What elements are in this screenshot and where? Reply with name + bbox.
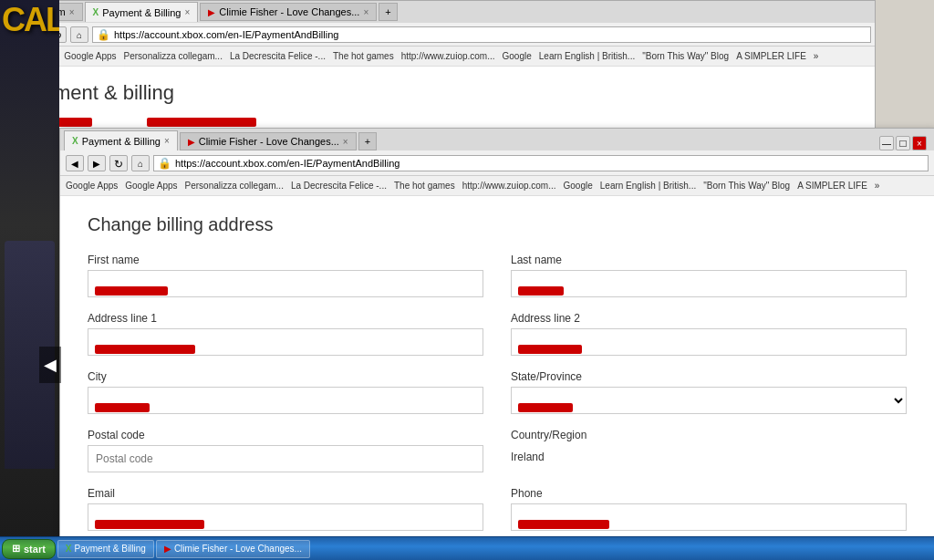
- fg-tab-2[interactable]: ▶ Climie Fisher - Love Changes... ×: [180, 132, 357, 150]
- postal-group: Postal code: [88, 429, 483, 472]
- address1-input[interactable]: [88, 328, 483, 356]
- address2-group: Address line 2: [511, 312, 907, 356]
- start-icon: ⊞: [12, 543, 20, 555]
- email-group: Email: [88, 487, 483, 531]
- bg-lock-icon: 🔒: [97, 28, 110, 41]
- fg-tab1-label: Payment & Billing: [82, 136, 161, 147]
- state-label: State/Province: [511, 370, 907, 383]
- fg-bookmark-1[interactable]: Google Apps: [125, 181, 177, 191]
- fg-tab-bar: X Payment & Billing × ▶ Climie Fisher - …: [60, 129, 934, 150]
- fg-url: https://account.xbox.com/en-IE/PaymentAn…: [175, 158, 400, 169]
- game-background: [0, 0, 59, 560]
- taskbar: ⊞ start X Payment & Billing ▶ Climie Fis…: [0, 536, 934, 560]
- postal-input[interactable]: [88, 445, 483, 472]
- country-group: Country/Region Ireland: [511, 429, 907, 472]
- fg-bookmark-6[interactable]: Google: [564, 181, 593, 191]
- city-input[interactable]: [88, 387, 483, 414]
- address2-input[interactable]: [511, 328, 907, 356]
- fg-bookmark-2[interactable]: Personalizza collegam...: [185, 181, 284, 191]
- bg-tab2-close[interactable]: ×: [184, 7, 190, 17]
- start-label: start: [24, 544, 46, 555]
- form-grid: First name Last name Address line 1: [88, 254, 907, 531]
- fg-bookmark-9[interactable]: A SIMPLER LIFE: [797, 181, 867, 191]
- fg-home-btn[interactable]: ⌂: [131, 155, 150, 171]
- address2-label: Address line 2: [511, 312, 907, 325]
- bg-bookmark-more[interactable]: »: [814, 51, 819, 61]
- bg-bookmark-2[interactable]: Personalizza collegam...: [124, 51, 223, 61]
- cali-text: CALI: [2, 1, 59, 39]
- bg-tab-3[interactable]: ▶ Climie Fisher - Love Changes... ×: [200, 3, 377, 21]
- first-name-label: First name: [88, 254, 483, 266]
- first-name-input[interactable]: [88, 270, 483, 297]
- fg-lock-icon: 🔒: [158, 157, 171, 170]
- taskbar-btn-1[interactable]: X Payment & Billing: [57, 540, 154, 558]
- bg-bookmark-4[interactable]: The hot games: [333, 51, 394, 61]
- bg-nav-bar: ◀ ▶ ↻ ⌂ 🔒 https://account.xbox.com/en-IE…: [1, 23, 875, 47]
- fg-bookmark-8[interactable]: "Born This Way" Blog: [703, 181, 790, 191]
- fg-tab1-close[interactable]: ×: [164, 136, 170, 146]
- email-input[interactable]: [88, 503, 483, 531]
- bg-bookmark-5[interactable]: http://www.zuiop.com...: [401, 51, 495, 61]
- bg-address-bar[interactable]: 🔒 https://account.xbox.com/en-IE/Payment…: [92, 26, 871, 43]
- left-scroll-arrow[interactable]: ◀: [39, 347, 61, 383]
- address1-label: Address line 1: [88, 312, 483, 325]
- bg-bookmark-8[interactable]: "Born This Way" Blog: [642, 51, 729, 61]
- bg-bookmarks-bar: Google Apps Google Apps Personalizza col…: [1, 47, 875, 67]
- last-name-label: Last name: [511, 254, 907, 266]
- form-title: Change billing address: [88, 214, 907, 235]
- fg-bookmark-4[interactable]: The hot games: [394, 181, 455, 191]
- bg-tab1-close[interactable]: ×: [69, 7, 75, 17]
- fg-tab2-label: Climie Fisher - Love Changes...: [199, 136, 339, 147]
- city-label: City: [88, 370, 483, 383]
- fg-refresh-btn[interactable]: ↻: [109, 155, 128, 171]
- fg-tab-new[interactable]: +: [358, 132, 377, 150]
- bg-bookmark-6[interactable]: Google: [503, 51, 532, 61]
- fg-tab-1[interactable]: X Payment & Billing ×: [64, 130, 178, 150]
- fg-bookmark-5[interactable]: http://www.zuiop.com...: [462, 181, 556, 191]
- bg-url: https://account.xbox.com/en-IE/PaymentAn…: [114, 29, 338, 40]
- start-button[interactable]: ⊞ start: [2, 539, 56, 559]
- fg-bookmark-0[interactable]: Google Apps: [66, 181, 118, 191]
- postal-label: Postal code: [88, 429, 483, 441]
- bg-home-btn[interactable]: ⌂: [70, 26, 88, 43]
- email-label: Email: [88, 487, 483, 500]
- bg-tab3-label: Climie Fisher - Love Changes...: [219, 6, 359, 17]
- fg-address-bar[interactable]: 🔒 https://account.xbox.com/en-IE/Payment…: [153, 155, 929, 171]
- bg-bookmark-7[interactable]: Learn English | British...: [539, 51, 635, 61]
- bg-bookmark-9[interactable]: A SIMPLER LIFE: [736, 51, 806, 61]
- country-label: Country/Region: [511, 429, 907, 441]
- city-group: City: [88, 370, 483, 414]
- phone-group: Phone: [511, 487, 907, 531]
- bg-bookmark-3[interactable]: La Decrescita Felice -...: [230, 51, 326, 61]
- taskbar-icon-2: ▶: [164, 544, 171, 554]
- form-page: Change billing address First name Last n…: [60, 196, 934, 560]
- bg-tab-2[interactable]: X Payment & Billing ×: [85, 2, 199, 22]
- fg-bookmark-7[interactable]: Learn English | British...: [600, 181, 696, 191]
- bg-tab2-label: Payment & Billing: [102, 7, 181, 18]
- bg-page-title: Payment & billing: [19, 81, 856, 105]
- left-panel: CALI: [0, 0, 59, 560]
- fg-tab2-close[interactable]: ×: [343, 137, 348, 147]
- taskbar-btn-2[interactable]: ▶ Climie Fisher - Love Changes...: [156, 540, 310, 558]
- fg-bookmark-3[interactable]: La Decrescita Felice -...: [291, 181, 387, 191]
- fg-bookmark-more[interactable]: »: [875, 181, 880, 191]
- fg-back-btn[interactable]: ◀: [66, 155, 84, 171]
- bg-bookmark-1[interactable]: Google Apps: [64, 51, 116, 61]
- state-select[interactable]: [511, 387, 907, 414]
- fg-close-btn[interactable]: ×: [912, 136, 927, 150]
- bg-tab-new[interactable]: +: [379, 3, 397, 21]
- fg-xbox-icon: X: [72, 136, 78, 146]
- fg-forward-btn[interactable]: ▶: [88, 155, 106, 171]
- state-group: State/Province: [511, 370, 907, 414]
- last-name-input[interactable]: [511, 270, 907, 297]
- country-value: Ireland: [511, 445, 907, 469]
- foreground-browser: X Payment & Billing × ▶ Climie Fisher - …: [59, 128, 934, 560]
- taskbar-icon-1: X: [66, 544, 72, 554]
- phone-input[interactable]: [511, 503, 907, 531]
- fg-max-btn[interactable]: □: [896, 136, 910, 150]
- fg-min-btn[interactable]: —: [879, 136, 894, 150]
- phone-label: Phone: [511, 487, 907, 500]
- last-name-group: Last name: [511, 254, 907, 297]
- bg-redacted-2: [147, 118, 256, 127]
- bg-tab3-close[interactable]: ×: [363, 7, 368, 17]
